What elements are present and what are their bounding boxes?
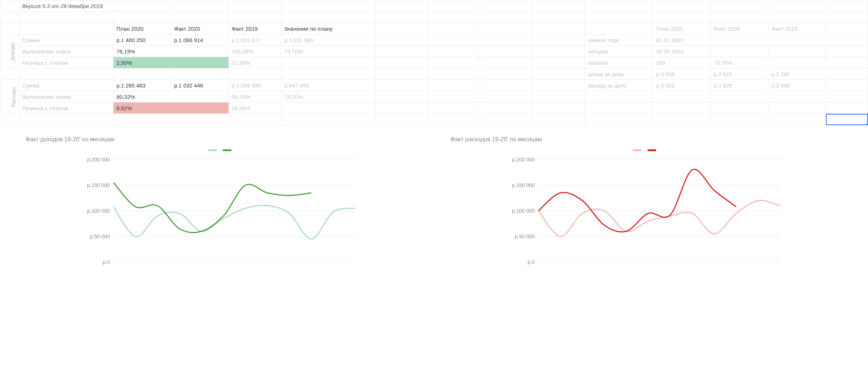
income-section-label: Доходы <box>0 34 19 68</box>
expense-section-label: Расходы <box>0 80 19 114</box>
col-fact20: Факт 2020 <box>171 23 229 34</box>
side-col-fact19: Факт 2019 <box>768 23 826 34</box>
side-col-plan20: План 2020 <box>653 23 711 34</box>
expense-chart-svg: р.0р.50 000р.100 000р.150 000р.200 000 <box>439 156 850 273</box>
income-completion-fact19[interactable]: 105,08% <box>229 46 281 57</box>
side-col-fact20: Факт 2020 <box>711 23 768 34</box>
side-row1-label: сегодня <box>585 46 653 57</box>
side-row0-plan20[interactable]: 01.01.2020 <box>653 34 711 46</box>
side-row1-plan20[interactable]: 26.09.2020 <box>653 46 711 57</box>
income-sum-fact20[interactable]: р.1 066 914 <box>171 34 229 46</box>
version-label: Версия 5.3 от 29 декабря 2019 <box>19 0 171 12</box>
income-sum-plan20[interactable]: р.1 400 250 <box>114 34 171 46</box>
svg-text:р.150 000: р.150 000 <box>512 182 535 188</box>
col-plan20: План 2020 <box>114 23 171 34</box>
svg-text:р.0: р.0 <box>528 259 535 265</box>
income-chart-legend <box>15 146 425 152</box>
income-chart-title: Факт доходов 19-20' по месяцам <box>26 136 425 143</box>
row-sum: Сумма <box>19 34 114 46</box>
svg-text:р.50 000: р.50 000 <box>90 234 110 239</box>
svg-text:р.150 000: р.150 000 <box>87 182 110 188</box>
income-sum-byplan[interactable]: р.1 031 965 <box>281 34 375 46</box>
expense-sum-fact19[interactable]: р.1 034 996 <box>229 80 281 91</box>
side-row3-fact20[interactable]: р.2 923 <box>711 68 768 80</box>
expense-diff-fact19[interactable]: 26,06% <box>229 102 281 114</box>
col-value-by-plan: Значение по плану <box>281 23 375 34</box>
side-row2-fact20[interactable]: 73,70% <box>711 57 768 68</box>
side-row2-label: прошло <box>585 57 653 68</box>
svg-text:р.200 000: р.200 000 <box>512 157 535 163</box>
svg-text:р.0: р.0 <box>103 259 110 265</box>
col-fact19: Факт 2019 <box>229 23 281 34</box>
side-row4-label: расход за день <box>585 80 653 91</box>
legend-swatch-2019 <box>633 149 642 151</box>
income-diff-fact19[interactable]: 31,38% <box>229 57 281 68</box>
expense-completion-byplan[interactable]: 73,70% <box>281 91 375 102</box>
expense-diff-plan20[interactable]: 6,62% <box>114 102 229 114</box>
legend-swatch-2019 <box>208 149 217 151</box>
row-diff: Разница с планом <box>19 57 114 68</box>
svg-text:р.100 000: р.100 000 <box>87 208 110 214</box>
side-row3-label: доход за день <box>585 68 653 80</box>
side-row3-plan20[interactable]: р.3 836 <box>653 68 711 80</box>
side-row4-plan20[interactable]: р.3 522 <box>653 80 711 91</box>
expense-chart-title: Факт расходов 19-20' по месяцам <box>450 136 850 143</box>
expense-chart: Факт расходов 19-20' по месяцам р.0р.50 … <box>439 136 850 273</box>
income-chart-svg: р.0р.50 000р.100 000р.150 000р.200 000 <box>15 156 425 273</box>
income-sum-fact19[interactable]: р.1 015 317 <box>229 34 281 46</box>
row-completion: Выполнение плана <box>19 46 114 57</box>
expense-chart-legend <box>439 146 850 152</box>
side-row2-plan20[interactable]: 269 <box>653 57 711 68</box>
legend-swatch-2020 <box>648 149 656 151</box>
main-spreadsheet[interactable]: Версия 5.3 от 29 декабря 2019 План 2020 … <box>0 0 868 125</box>
income-diff-plan20[interactable]: 2,50% <box>114 57 229 68</box>
side-row4-fact19[interactable]: р.2 836 <box>768 80 826 91</box>
selected-cell[interactable] <box>826 114 868 125</box>
expense-completion-fact19[interactable]: 99,75% <box>229 91 281 102</box>
expense-completion-plan20[interactable]: 80,32% <box>114 91 229 102</box>
income-chart: Факт доходов 19-20' по месяцам р.0р.50 0… <box>15 136 425 273</box>
expense-sum-byplan[interactable]: р.947 369 <box>281 80 375 91</box>
side-row3-fact19[interactable]: р.2 782 <box>768 68 826 80</box>
svg-text:р.50 000: р.50 000 <box>515 234 535 239</box>
side-row0-label: начало года <box>585 34 653 46</box>
expense-sum-plan20[interactable]: р.1 285 463 <box>114 80 171 91</box>
income-completion-byplan[interactable]: 73,70% <box>281 46 375 57</box>
svg-text:р.200 000: р.200 000 <box>87 157 110 163</box>
expense-sum-fact20[interactable]: р.1 032 448 <box>171 80 229 91</box>
income-completion-plan20[interactable]: 76,19% <box>114 46 229 57</box>
side-row4-fact20[interactable]: р.2 829 <box>711 80 768 91</box>
legend-swatch-2020 <box>223 149 231 151</box>
svg-text:р.100 000: р.100 000 <box>512 208 535 214</box>
